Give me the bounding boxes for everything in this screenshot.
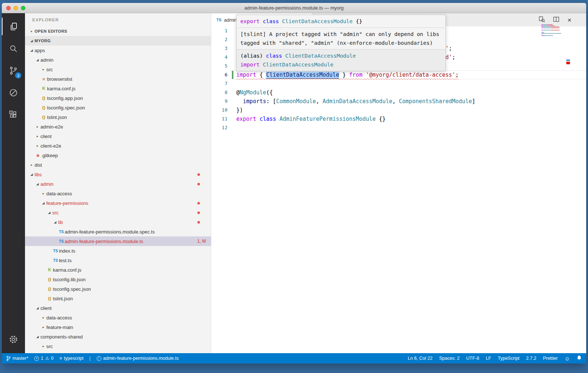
status-typescript[interactable]: TypeScript (498, 356, 520, 361)
chevron-closed-icon[interactable]: ▸ (35, 144, 40, 148)
section-root-myorg[interactable]: ◢MYORG (25, 36, 211, 46)
tree-item-label: test.ts (59, 258, 72, 263)
tree-item-tsconfig-spec-json[interactable]: {}tsconfig.spec.json (25, 284, 211, 294)
code-editor[interactable]: 1import { NgModule } from '@angular/core… (211, 26, 586, 353)
git-branch-icon (6, 356, 11, 361)
chevron-closed-icon[interactable]: ▸ (35, 134, 40, 138)
tree-item-test-ts[interactable]: TStest.ts (25, 256, 211, 265)
code-line-8: 8@NgModule({ (211, 88, 586, 97)
tree-item-client[interactable]: ▸client (25, 131, 211, 141)
tree-item-lib[interactable]: ◢lib (25, 217, 211, 227)
tree-item-feature-main[interactable]: ▸feature-main (25, 322, 211, 332)
tree-item-apps[interactable]: ◢apps (25, 46, 211, 55)
zoom-window-button[interactable] (21, 6, 25, 10)
code-line-9: 9 imports: [CommonModule, AdminDataAcces… (211, 97, 586, 106)
status-spaces-2[interactable]: Spaces: 2 (439, 356, 460, 361)
tree-item-tsconfig-app-json[interactable]: {}tsconfig.app.json (25, 93, 211, 103)
chevron-closed-icon[interactable]: ▸ (29, 163, 35, 167)
chevron-open-icon[interactable]: ◢ (29, 39, 35, 43)
linter-status-item[interactable]: ≡ typescript (60, 356, 84, 361)
minimap-token (561, 33, 561, 34)
tree-item-karma-conf-js[interactable]: Kkarma.conf.js (25, 265, 211, 275)
notifications-bell-icon[interactable] (577, 355, 582, 362)
git-branch-item[interactable]: master* (6, 356, 28, 361)
chevron-closed-icon[interactable]: ▸ (40, 68, 46, 71)
minimize-window-button[interactable] (14, 6, 18, 10)
tree-item-src[interactable]: ▸src (25, 341, 211, 351)
tree-item-tsconfig-spec-json[interactable]: {}tsconfig.spec.json (25, 103, 211, 112)
tree-item-src[interactable]: ▸src (25, 65, 211, 74)
chevron-open-icon[interactable]: ◢ (35, 182, 40, 186)
chevron-open-icon[interactable]: ◢ (52, 220, 58, 224)
tree-item-client[interactable]: ◢client (25, 303, 211, 313)
search-icon[interactable] (2, 40, 25, 57)
open-changes-icon[interactable] (539, 16, 545, 24)
chevron-closed-icon[interactable]: ▸ (29, 29, 35, 33)
chevron-open-icon[interactable]: ◢ (40, 201, 46, 205)
problems-item[interactable]: × 1 ⚠ 0 (34, 356, 54, 361)
section-open-editors[interactable]: ▸OPEN EDITORS (25, 26, 211, 36)
tree-item-components-shared[interactable]: ◢components-shared (25, 332, 211, 341)
close-tab-icon[interactable]: × (567, 17, 571, 23)
error-dot (197, 183, 200, 185)
status-lf[interactable]: LF (486, 356, 491, 361)
chevron-open-icon[interactable]: ◢ (29, 48, 35, 52)
tree-item-label: admin (40, 181, 53, 187)
chevron-open-icon[interactable]: ◢ (46, 211, 52, 214)
tree-item-data-access[interactable]: ▸data-access (25, 313, 211, 322)
extensions-icon[interactable] (2, 106, 25, 123)
minimap[interactable] (541, 24, 567, 37)
chevron-open-icon[interactable]: ◢ (35, 58, 40, 62)
tree-item-feature-permissions[interactable]: ◢feature-permissions (25, 198, 211, 208)
tree-item-data-access[interactable]: ▸data-access (25, 189, 211, 198)
code-token (279, 18, 282, 24)
tree-item-admin-feature-permissions-module-spec-ts[interactable]: TSadmin-feature-permissions.module.spec.… (25, 227, 211, 236)
chevron-closed-icon[interactable]: ▸ (40, 325, 46, 329)
tree-item-label: client (40, 134, 51, 139)
chevron-open-icon[interactable]: ◢ (35, 306, 40, 310)
tree-item-tslint-json[interactable]: {}tslint.json (25, 294, 211, 303)
tree-item-gitkeep[interactable]: ◈.gitkeep (25, 151, 211, 160)
chevron-closed-icon[interactable]: ▸ (35, 125, 40, 128)
status-2-7-2[interactable]: 2.7.2 (526, 356, 537, 361)
close-window-button[interactable] (6, 6, 11, 10)
source-control-icon[interactable]: 3 (2, 62, 25, 79)
minimap-token (559, 26, 559, 27)
chevron-closed-icon[interactable]: ▸ (40, 316, 46, 319)
tree-item-browserslist[interactable]: ≡browserslist (25, 74, 211, 84)
minimap-line (541, 26, 567, 27)
info-icon: i (97, 356, 101, 361)
tree-item-client-e2e[interactable]: ▸client-e2e (25, 141, 211, 151)
tree-item-karma-conf-js[interactable]: Kkarma.conf.js (25, 84, 211, 93)
debug-disabled-icon[interactable] (2, 84, 25, 101)
status-prettier[interactable]: Prettier (543, 356, 557, 361)
chevron-open-icon[interactable]: ◢ (29, 173, 35, 176)
chevron-open-icon[interactable]: ◢ (35, 335, 40, 338)
tree-item-admin-e2e[interactable]: ▸admin-e2e (25, 122, 211, 131)
split-editor-icon[interactable] (553, 16, 559, 24)
tree-item-index-ts[interactable]: TSindex.ts (25, 246, 211, 256)
line-number: 12 (211, 123, 227, 132)
settings-gear-icon[interactable] (2, 330, 25, 348)
explorer-icon[interactable] (2, 18, 25, 35)
tree-item-label: src (46, 344, 53, 349)
tree-item-libs[interactable]: ◢libs (25, 170, 211, 179)
tree-item-dist[interactable]: ▸dist (25, 160, 211, 170)
code-token (236, 98, 243, 105)
tree-item-tsconfig-lib-json[interactable]: {}tsconfig.lib.json (25, 275, 211, 284)
tree-item-label: tsconfig.spec.json (47, 105, 85, 111)
tree-item-admin[interactable]: ◢admin (25, 55, 211, 65)
active-file-item[interactable]: i admin-feature-permissions.module.ts (97, 356, 179, 361)
chevron-closed-icon[interactable]: ▸ (40, 192, 46, 195)
tree-item-admin-feature-permissions-module-ts[interactable]: TSadmin-feature-permissions.module.ts1, … (25, 236, 211, 246)
tree-item-admin[interactable]: ◢admin (25, 179, 211, 189)
tree-item-src[interactable]: ◢src (25, 208, 211, 217)
chevron-closed-icon[interactable]: ▸ (40, 344, 46, 348)
code-token: (alias) (240, 53, 266, 59)
error-icon: × (34, 356, 39, 361)
status-ln-6-col-22[interactable]: Ln 6, Col 22 (408, 356, 432, 361)
status-utf-8[interactable]: UTF-8 (466, 356, 479, 361)
tree-item-tslint-json[interactable]: {}tslint.json (25, 112, 211, 122)
feedback-smiley-icon[interactable]: ☺ (564, 355, 570, 362)
code-token: @ (236, 89, 240, 96)
